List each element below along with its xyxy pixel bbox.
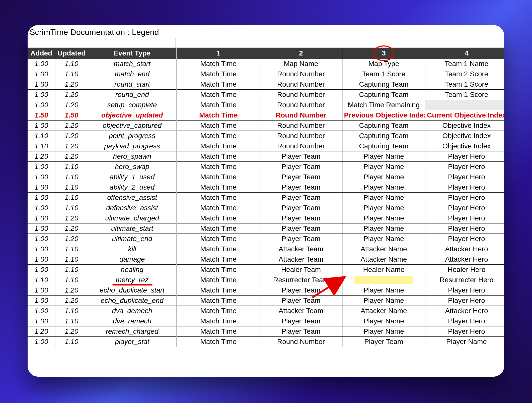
- cell-p4: Player Hero: [425, 193, 504, 203]
- cell-added: 1.00: [28, 203, 55, 213]
- cell-p3: Player Name: [342, 213, 425, 223]
- cell-event: defensive_assist: [88, 203, 177, 213]
- table-row: 1.001.10dva_demechMatch TimeAttacker Tea…: [28, 306, 504, 316]
- cell-added: 1.00: [28, 316, 55, 326]
- table-row: 1.001.20echo_duplicate_startMatch TimePl…: [28, 285, 504, 296]
- cell-added: 1.10: [28, 275, 55, 285]
- cell-p2: Map Name: [260, 59, 342, 69]
- table-row: 1.001.20ultimate_startMatch TimePlayer T…: [28, 223, 504, 234]
- cell-p4: Player Hero: [425, 285, 504, 296]
- cell-p2: Player Team: [260, 316, 342, 326]
- cell-p3: Capturing Team: [342, 79, 425, 90]
- cell-p2: Player Team: [260, 213, 342, 223]
- cell-event: round_start: [88, 79, 177, 90]
- cell-event: setup_complete: [88, 100, 177, 110]
- cell-p3: Player Name: [342, 182, 425, 193]
- cell-p4: Current Objective Index: [425, 110, 504, 121]
- cell-p2: Round Number: [260, 337, 342, 347]
- cell-p2: Round Number: [260, 121, 342, 131]
- cell-p4: Team 1 Name: [425, 59, 504, 69]
- cell-p1: Match Time: [177, 110, 260, 121]
- cell-added: 1.00: [28, 79, 55, 90]
- cell-event: ultimate_start: [88, 223, 177, 234]
- cell-p4: Team 1 Score: [425, 79, 504, 90]
- cell-p4: Player Hero: [425, 316, 504, 326]
- cell-p3: Player Name: [342, 203, 425, 213]
- cell-updated: 1.10: [55, 244, 88, 254]
- cell-updated: 1.20: [55, 213, 88, 223]
- cell-p4: Player Hero: [425, 234, 504, 244]
- cell-event: remech_charged: [88, 326, 177, 337]
- cell-added: 1.00: [28, 337, 55, 347]
- cell-p4: Player Hero: [425, 223, 504, 234]
- cell-updated: 1.10: [55, 69, 88, 79]
- cell-p2: Healer Team: [260, 265, 342, 275]
- cell-p1: Match Time: [177, 69, 260, 79]
- cell-p1: Match Time: [177, 285, 260, 296]
- table-row: 1.201.20hero_spawnMatch TimePlayer TeamP…: [28, 151, 504, 162]
- cell-p3: Healer Name: [342, 265, 425, 275]
- table-row: 1.001.20ultimate_endMatch TimePlayer Tea…: [28, 234, 504, 244]
- cell-p4: Player Name: [425, 337, 504, 347]
- cell-p4: Attacker Hero: [425, 306, 504, 316]
- cell-p3: Match Time Remaining: [342, 100, 425, 110]
- cell-p3: Player Name: [342, 193, 425, 203]
- cell-p3: Attacker Name: [342, 244, 425, 254]
- cell-added: 1.00: [28, 172, 55, 182]
- cell-p2: Round Number: [260, 110, 342, 121]
- cell-p2: Player Team: [260, 151, 342, 162]
- cell-p1: Match Time: [177, 203, 260, 213]
- highlight-annotation: [354, 276, 413, 284]
- cell-p4: Attacker Hero: [425, 254, 504, 265]
- cell-p3: Player Name: [342, 223, 425, 234]
- cell-event: dva_demech: [88, 306, 177, 316]
- table-row: 1.001.10defensive_assistMatch TimePlayer…: [28, 203, 504, 213]
- events-table: Added Updated Event Type 1 2 3 4 1.001.1…: [28, 48, 504, 347]
- cell-event: match_start: [88, 59, 177, 69]
- cell-p1: Match Time: [177, 244, 260, 254]
- cell-added: 1.00: [28, 90, 55, 100]
- cell-p1: Match Time: [177, 234, 260, 244]
- table-row: 1.101.10mercy_rezMatch TimeResurrecter T…: [28, 275, 504, 285]
- cell-updated: 1.10: [55, 203, 88, 213]
- cell-updated: 1.10: [55, 182, 88, 193]
- cell-p4: Player Hero: [425, 162, 504, 172]
- cell-event: ultimate_end: [88, 234, 177, 244]
- cell-p1: Match Time: [177, 306, 260, 316]
- cell-p4: Objective Index: [425, 121, 504, 131]
- cell-p4: Attacker Hero: [425, 244, 504, 254]
- cell-added: 1.50: [28, 110, 55, 121]
- cell-p2: Player Team: [260, 223, 342, 234]
- table-row: 1.001.20round_startMatch TimeRound Numbe…: [28, 79, 504, 90]
- cell-p2: Player Team: [260, 172, 342, 182]
- cell-p2: Player Team: [260, 182, 342, 193]
- cell-added: 1.00: [28, 234, 55, 244]
- table-row: 1.001.10match_startMatch TimeMap NameMap…: [28, 59, 504, 69]
- cell-event: damage: [88, 254, 177, 265]
- cell-p2: Player Team: [260, 326, 342, 337]
- cell-p1: Match Time: [177, 100, 260, 110]
- cell-updated: 1.20: [55, 121, 88, 131]
- cell-updated: 1.20: [55, 296, 88, 306]
- cell-updated: 1.10: [55, 306, 88, 316]
- cell-event: echo_duplicate_end: [88, 296, 177, 306]
- cell-p1: Match Time: [177, 131, 260, 141]
- cell-p1: Match Time: [177, 265, 260, 275]
- cell-p1: Match Time: [177, 172, 260, 182]
- col-param-3: 3: [342, 48, 425, 59]
- cell-updated: 1.20: [55, 151, 88, 162]
- cell-event: player_stat: [88, 337, 177, 347]
- table-row: 1.101.20payload_progressMatch TimeRound …: [28, 141, 504, 151]
- cell-p4: Player Hero: [425, 172, 504, 182]
- cell-added: 1.00: [28, 213, 55, 223]
- cell-event: objective_updated: [88, 110, 177, 121]
- cell-added: 1.10: [28, 141, 55, 151]
- cell-p3: Player Name: [342, 316, 425, 326]
- table-row: 1.001.10healingMatch TimeHealer TeamHeal…: [28, 265, 504, 275]
- cell-p2: Attacker Team: [260, 306, 342, 316]
- cell-updated: 1.10: [55, 265, 88, 275]
- cell-added: 1.20: [28, 151, 55, 162]
- cell-updated: 1.10: [55, 193, 88, 203]
- cell-p2: Player Team: [260, 296, 342, 306]
- table-row: 1.001.10player_statMatch TimeRound Numbe…: [28, 337, 504, 347]
